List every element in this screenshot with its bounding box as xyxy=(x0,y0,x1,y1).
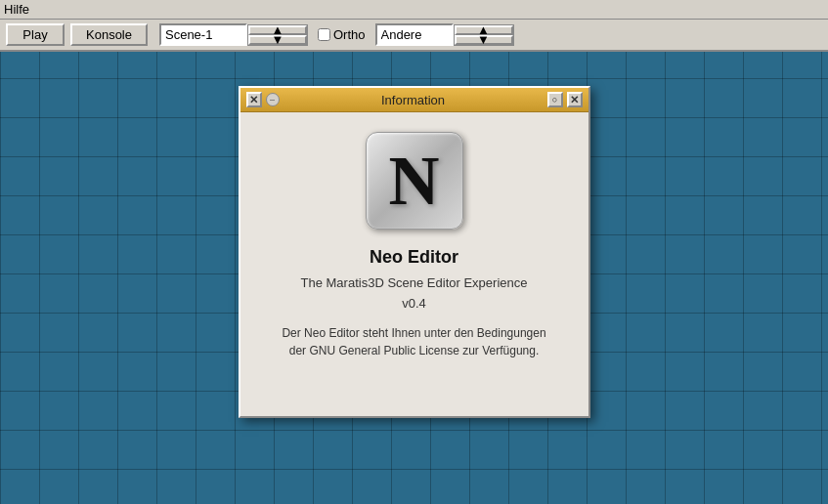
dialog-minimize-button[interactable]: – xyxy=(266,93,280,106)
app-logo: N xyxy=(366,132,463,230)
dialog-roll-button[interactable]: ○ xyxy=(547,92,563,107)
app-name: Neo Editor xyxy=(370,247,458,268)
dialog-title-left: ✕ – xyxy=(246,92,280,107)
dialog-close-button[interactable]: ✕ xyxy=(567,92,583,107)
dialog-title-right: ○ ✕ xyxy=(547,92,583,107)
dialog-overlay: ✕ – Information ○ ✕ N Neo Editor The Mar… xyxy=(0,0,828,504)
app-version: v0.4 xyxy=(402,296,426,311)
dialog-body: N Neo Editor The Maratis3D Scene Editor … xyxy=(240,112,588,379)
information-dialog: ✕ – Information ○ ✕ N Neo Editor The Mar… xyxy=(239,86,590,418)
app-subtitle: The Maratis3D Scene Editor Experience xyxy=(301,275,528,290)
dialog-titlebar: ✕ – Information ○ ✕ xyxy=(240,88,588,112)
dialog-title: Information xyxy=(280,93,547,107)
app-license: Der Neo Editor steht Ihnen unter den Bed… xyxy=(282,324,545,359)
app-logo-letter: N xyxy=(389,146,440,216)
dialog-close-x-button[interactable]: ✕ xyxy=(246,92,262,107)
